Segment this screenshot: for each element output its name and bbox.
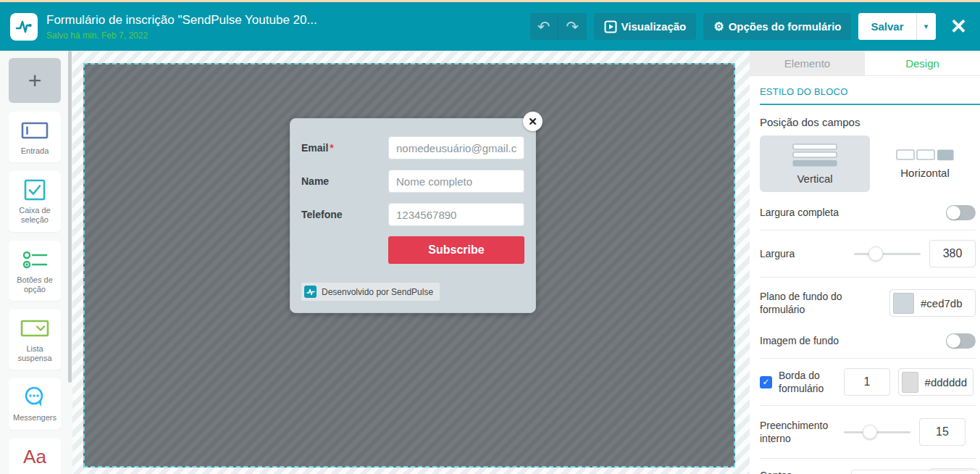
full-width-label: Largura completa xyxy=(760,206,946,219)
field-label: Telefone xyxy=(301,209,388,220)
gear-icon: ⚙ xyxy=(713,20,724,33)
form-field-row-name: Name xyxy=(301,170,524,193)
form-options-label: Opções do formulário xyxy=(729,20,842,33)
position-option-label: Horizontal xyxy=(900,167,950,179)
color-hex-value: #ced7db xyxy=(921,297,963,309)
vertical-layout-icon xyxy=(792,144,837,167)
background-image-toggle[interactable] xyxy=(946,333,976,349)
top-bar: Formulário de inscrição "SendPulse Youtu… xyxy=(0,2,980,51)
checkbox-icon xyxy=(24,179,46,201)
position-horizontal-option[interactable]: Horizontal xyxy=(870,136,980,192)
next-setting-input[interactable] xyxy=(851,470,979,474)
border-width-input[interactable] xyxy=(844,368,890,396)
border-color-input[interactable]: #dddddd xyxy=(898,368,973,396)
width-slider[interactable] xyxy=(854,246,921,261)
name-field[interactable] xyxy=(388,170,524,193)
tab-design[interactable]: Design xyxy=(865,51,980,75)
elements-sidebar: + Entrada Caixa de seleção xyxy=(0,51,72,474)
form-field-row-email: Email* xyxy=(301,136,524,159)
sidebar-item-texto[interactable]: Aa Texto xyxy=(9,438,61,474)
main-area: + Entrada Caixa de seleção xyxy=(0,51,980,474)
save-split-button: Salvar ▾ xyxy=(858,13,935,40)
header-controls: ↶ ↷ Visualização ⚙ Opções do formulário … xyxy=(530,13,972,40)
form-title-block: Formulário de inscrição "SendPulse Youtu… xyxy=(46,13,530,41)
sidebar-item-botoes-de-opcao[interactable]: Botões de opção xyxy=(9,241,61,301)
inner-padding-slider[interactable] xyxy=(844,425,910,439)
sendpulse-badge-icon xyxy=(304,286,317,298)
background-image-label: Imagem de fundo xyxy=(760,334,946,347)
play-icon xyxy=(604,20,617,33)
settings-panel: Elemento Design ESTILO DO BLOCO Posição … xyxy=(750,51,980,474)
add-element-button[interactable]: + xyxy=(9,58,61,103)
sendpulse-logo xyxy=(10,13,38,41)
save-dropdown-button[interactable]: ▾ xyxy=(916,13,936,40)
toggle-knob xyxy=(947,334,960,348)
subscription-form-block[interactable]: ✕ Email* Name Telefone Subscribe xyxy=(290,118,536,313)
toggle-knob xyxy=(947,206,960,220)
width-input[interactable] xyxy=(929,240,976,267)
tab-elemento[interactable]: Elemento xyxy=(750,51,865,75)
remove-form-button[interactable]: ✕ xyxy=(523,112,543,131)
slider-thumb[interactable] xyxy=(863,425,877,439)
panel-tabs: Elemento Design xyxy=(750,51,980,76)
required-asterisk: * xyxy=(330,142,333,154)
background-image-row: Imagem de fundo xyxy=(760,328,976,358)
slider-thumb[interactable] xyxy=(868,246,883,261)
redo-button[interactable]: ↷ xyxy=(558,13,587,40)
sidebar-item-lista-suspensa[interactable]: Lista suspensa xyxy=(9,309,61,370)
form-background-label: Plano de fundo do formulário xyxy=(760,290,889,316)
form-border-checkbox[interactable]: ✓ xyxy=(760,376,772,388)
undo-redo-group: ↶ ↷ xyxy=(530,13,587,40)
phone-field[interactable] xyxy=(388,203,524,226)
sidebar-item-label: Messengers xyxy=(13,413,56,423)
sidebar-item-entrada[interactable]: Entrada xyxy=(9,112,61,162)
form-submit-row: Subscribe xyxy=(301,236,524,264)
powered-by-badge[interactable]: Desenvolvido por SendPulse xyxy=(301,283,440,301)
sidebar-item-label: Caixa de seleção xyxy=(10,206,59,225)
preview-button[interactable]: Visualização xyxy=(594,13,697,40)
form-canvas[interactable]: ✕ Email* Name Telefone Subscribe xyxy=(83,63,735,467)
section-divider xyxy=(760,104,980,105)
sidebar-item-caixa-de-selecao[interactable]: Caixa de seleção xyxy=(9,171,61,231)
saved-status: Salvo há min. Feb 7, 2022 xyxy=(46,30,530,41)
close-icon: ✕ xyxy=(528,115,537,128)
form-background-row: Plano de fundo do formulário #ced7db xyxy=(760,277,976,328)
save-button[interactable]: Salvar xyxy=(858,13,916,40)
inner-padding-label: Preenchimento interno xyxy=(760,419,844,445)
page-title: Formulário de inscrição "SendPulse Youtu… xyxy=(46,13,530,28)
redo-icon: ↷ xyxy=(566,18,579,35)
undo-button[interactable]: ↶ xyxy=(530,13,558,40)
close-editor-button[interactable]: ✕ xyxy=(943,17,971,37)
sidebar-scrollbar[interactable] xyxy=(68,51,72,383)
form-border-row: ✓ Borda do formulário #dddddd xyxy=(760,358,976,405)
text-icon: Aa xyxy=(23,446,46,468)
form-field-row-telefone: Telefone xyxy=(301,203,524,226)
position-vertical-option[interactable]: Vertical xyxy=(760,136,870,192)
chevron-down-icon: ▾ xyxy=(924,22,929,30)
subscribe-button[interactable]: Subscribe xyxy=(388,236,524,264)
field-label: Name xyxy=(301,175,388,187)
fields-position-options: Vertical Horizontal xyxy=(760,136,980,192)
field-label: Email* xyxy=(301,142,388,154)
radio-buttons-icon xyxy=(22,249,48,270)
canvas-background: ✕ Email* Name Telefone Subscribe xyxy=(72,51,750,474)
width-row: Largura xyxy=(760,230,976,277)
email-field[interactable] xyxy=(388,136,524,159)
inner-padding-input[interactable] xyxy=(919,418,966,446)
sidebar-item-label: Entrada xyxy=(21,146,49,156)
full-width-toggle[interactable] xyxy=(946,205,976,220)
color-swatch xyxy=(893,293,914,314)
sidebar-item-label: Lista suspensa xyxy=(10,344,59,363)
position-option-label: Vertical xyxy=(797,172,832,185)
form-background-color-input[interactable]: #ced7db xyxy=(889,289,976,317)
form-options-button[interactable]: ⚙ Opções do formulário xyxy=(703,13,851,40)
slider-track xyxy=(844,431,910,433)
preview-label: Visualização xyxy=(621,20,687,33)
color-swatch xyxy=(902,372,918,393)
undo-icon: ↶ xyxy=(537,18,550,35)
close-icon: ✕ xyxy=(950,15,967,38)
input-icon xyxy=(21,120,49,141)
sidebar-item-messengers[interactable]: Messengers xyxy=(9,378,61,429)
pulse-icon xyxy=(14,17,33,36)
dropdown-icon xyxy=(20,317,49,339)
